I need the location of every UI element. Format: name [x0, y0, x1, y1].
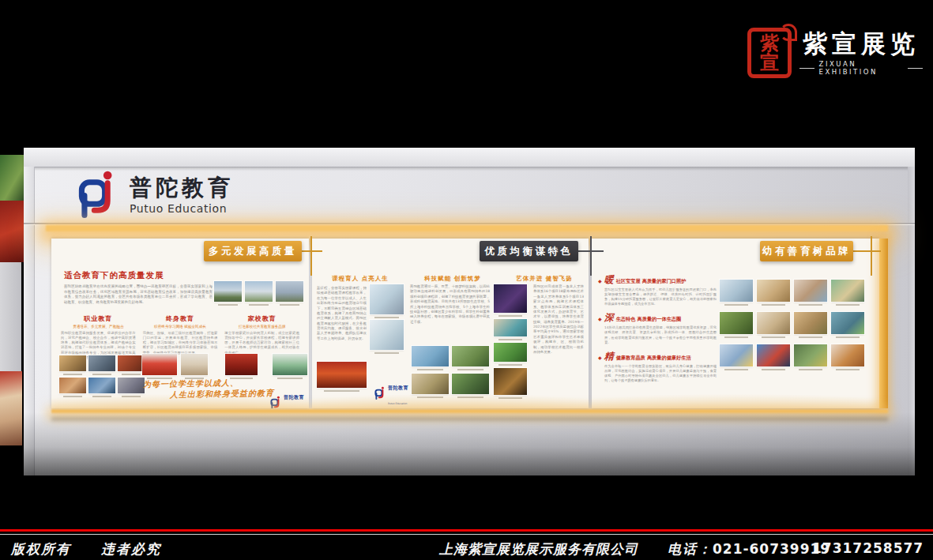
photo-dragon-boat	[494, 319, 527, 340]
header-divider	[24, 223, 915, 224]
zixuan-name: 紫宣展览	[803, 30, 920, 57]
panel-quality-balance: 课程育人 点亮人生 科技赋能 创新筑梦 艺体并进 健智飞扬 新征程，全面落实国家…	[312, 239, 589, 408]
section-header-curriculum: 课程育人 点亮人生	[316, 275, 404, 283]
putuo-name-cn: 普陀教育	[130, 175, 234, 201]
badge-diversified-development: 多元发展高质量	[204, 241, 302, 261]
edge-fragment-wall	[0, 262, 21, 371]
footer-violators: 违者必究	[101, 540, 161, 558]
lightbox-bottom-glow	[51, 409, 888, 413]
edge-fragment-red	[0, 201, 24, 262]
photo-kindergarten	[720, 344, 753, 370]
section-header-arts-sports: 艺体并进 健智飞扬	[500, 275, 589, 283]
panel1-intro: 普陀区始终把教育放在优先发展的战略位置，围绕办一流教育强区目标，全面落实国家和上…	[64, 284, 213, 305]
photo-kindergarten	[831, 280, 864, 306]
photo-audience-wide	[317, 362, 367, 392]
putuo-pj-icon	[374, 386, 386, 400]
panel1-slogan-line2: 人生出彩和终身受益的教育	[170, 388, 274, 400]
badge-cross-line	[590, 236, 592, 276]
lightbox-right-gold-edge	[879, 239, 888, 408]
wall-right-edge	[908, 167, 915, 475]
photo-building	[245, 281, 273, 306]
photo-group-event	[142, 354, 177, 379]
putuo-mini-logo: 普陀教育 Putuo Education	[374, 378, 408, 408]
footer-red-line	[0, 529, 933, 532]
seal-char-bottom: 宣	[760, 53, 779, 72]
photo-building	[276, 281, 303, 306]
edge-fragment-photo	[0, 371, 22, 445]
photo-kindergarten	[757, 344, 790, 370]
exhibition-render: 紫 宣 紫宣展览 ZIXUAN EXHIBITION 普陀教育 Putuo Ed…	[0, 0, 933, 560]
badge-connector-line	[853, 250, 881, 252]
badge-cross-line	[871, 236, 872, 276]
section-body-technology: 普陀教育通过一廊、百景、十园梦科技架构，以四轮驱动规划推进科创发展，已形成具有普…	[410, 284, 490, 343]
photo-workshop	[118, 355, 145, 375]
zixuan-logo: 紫 宣 紫宣展览 ZIXUAN EXHIBITION	[747, 24, 923, 82]
photo-building	[214, 281, 242, 306]
footer-mobile: 17317258577	[812, 540, 924, 556]
photo-orchestra	[494, 368, 527, 399]
zixuan-subtitle: ZIXUAN EXHIBITION	[799, 60, 923, 76]
footer-gray-line	[0, 534, 933, 535]
photo-stage-dark	[494, 284, 527, 317]
badge-quality-balance: 优质均衡谋特色	[480, 241, 578, 261]
badge-connector-line	[302, 250, 322, 252]
panel3-bullets: ◆ 暖 社区宝宝屋 高质量的家门口照护 普陀区以宝宝屋嵌入式布点为抓手，把幼儿照…	[598, 275, 717, 389]
photo-kindergarten	[794, 280, 827, 306]
bullet-marker-icon: ◆	[598, 278, 602, 284]
column-vocational-education: 职业教育 贯通培养、多元发展、产教融合 普陀职业教育坚持服务发展、促进就业的办学…	[61, 314, 136, 360]
photo-workshop	[118, 378, 145, 397]
photo-outdoor	[412, 346, 449, 370]
panel-diversified-development: 适合教育下的高质量发展 普陀区始终把教育放在优先发展的战略位置，围绕办一流教育强…	[51, 239, 309, 408]
photo-workshop	[59, 355, 86, 375]
photo-classroom-green	[273, 354, 307, 379]
panel-bottom-shadow	[51, 417, 888, 421]
panel1-photo-grid	[59, 355, 148, 397]
photo-kindergarten	[794, 312, 827, 338]
edge-fragment-green	[0, 155, 24, 201]
exhibition-wall: 普陀教育 Putuo Education 适合教育下的高质量发展 普陀区始终把教…	[24, 148, 915, 475]
photo-lab	[370, 320, 404, 354]
photo-outdoor	[412, 374, 449, 398]
lightbox-top-glow	[46, 225, 888, 231]
photo-kindergarten	[720, 312, 753, 338]
panel2-tech-photo-grid	[412, 346, 491, 398]
photo-workshop	[88, 355, 115, 375]
putuo-logo: 普陀教育 Putuo Education	[74, 169, 234, 218]
photo-stage-event	[225, 354, 258, 379]
photo-kindergarten	[794, 344, 827, 370]
dash-right	[908, 68, 923, 69]
panel2-arts-photo-column	[494, 284, 527, 399]
photo-workshop	[59, 378, 86, 397]
bullet-ecosystem: ◆ 深 生态特色 高质量的一体生态圈 14所幼儿园共同打造幼有善育生态联盟，统筹…	[598, 313, 717, 344]
bullet-health: ◆ 精 健康教育品质 高质量的健康好生活 作为全市唯一一个学前教育全国实验区，聚…	[598, 351, 717, 383]
dash-left	[799, 68, 814, 69]
photo-soccer	[494, 343, 527, 366]
photo-outdoor	[452, 374, 489, 398]
photo-kindergarten	[720, 280, 753, 306]
photo-kindergarten	[757, 312, 790, 338]
wall-left-edge	[24, 167, 35, 475]
badge-cross-line	[310, 236, 312, 276]
footer-phone: 电话：021-60739919	[668, 540, 830, 558]
footer-company: 上海紫宣展览展示服务有限公司	[439, 540, 638, 558]
photo-kindergarten	[757, 280, 790, 306]
putuo-name-en: Putuo Education	[130, 202, 234, 215]
section-header-technology: 科技赋能 创新筑梦	[408, 275, 497, 283]
panel1-title: 适合教育下的高质量发展	[64, 270, 164, 281]
section-body-arts-sports: 普陀区已完成体育一条龙人才培养体系16个项目18家布局和艺术一条龙人才培养体系5…	[533, 284, 584, 403]
badge-early-childhood: 幼有善育树品牌	[760, 241, 853, 261]
photo-kindergarten	[831, 344, 864, 370]
photo-taichi	[181, 354, 208, 379]
photo-kindergarten	[831, 312, 864, 338]
bullet-warm-care: ◆ 暖 社区宝宝屋 高质量的家门口照护 普陀区以宝宝屋嵌入式布点为抓手，把幼儿照…	[598, 275, 717, 306]
bullet-marker-icon: ◆	[598, 316, 602, 321]
section-body-curriculum: 新征程，全面落实国家课程，持续推进基础教育课程教学改革，在为每一位学生学以成人、…	[317, 286, 367, 359]
putuo-mini-logo: 普陀教育 Putuo Education	[269, 387, 304, 408]
photo-outdoor	[452, 346, 489, 370]
panel3-photo-grid	[720, 280, 875, 377]
panel1-building-photos	[214, 281, 303, 306]
photo-workshop	[88, 378, 115, 397]
panel-early-childhood: ◆ 暖 社区宝宝屋 高质量的家门口照护 普陀区以宝宝屋嵌入式布点为抓手，把幼儿照…	[592, 239, 879, 408]
zixuan-seal-icon: 紫 宣	[747, 28, 792, 78]
footer-phone-label: 电话：	[668, 541, 713, 557]
